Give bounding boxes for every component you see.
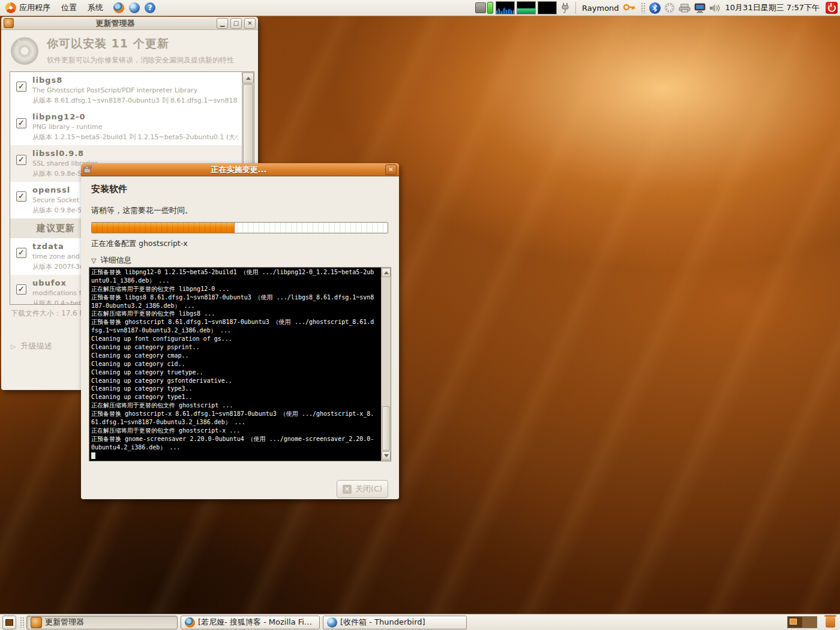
printer-tray-icon[interactable] [679,3,691,13]
bottom-panel: 更新管理器 [若尼娅- 搜狐博客 - Mozilla Fi… [收件箱 - Th… [0,614,840,630]
update-row-libpng12-0[interactable]: libpng12-0 PNG library - runtime 从版本 1.2… [10,109,242,145]
progress-status-text: 正在准备配置 ghostscript-x [91,239,188,249]
terminal-scroll-down[interactable] [382,451,391,460]
top-panel: 应用程序 位置 系统 ? Raymond [0,0,840,16]
system-menu[interactable]: 系统 [82,0,109,16]
update-manager-icon [4,18,14,28]
thunderbird-task-icon [327,617,337,628]
update-manager-titlebar[interactable]: 更新管理器 ▁ □ ✕ [1,17,258,30]
details-expander[interactable]: ▽ 详细信息 [91,255,131,266]
bluetooth-tray-icon[interactable] [649,2,661,14]
close-button-label: 关闭(C) [355,484,382,494]
keys-icon [623,4,637,12]
network-graph-applet[interactable] [517,1,536,14]
expander-label: 升级描述 [20,341,52,352]
dialog-close-button[interactable]: ✕ [385,164,397,175]
user-switcher[interactable]: Raymond [582,4,619,13]
upgrade-description-expander[interactable]: ▷ 升级描述 [11,341,52,352]
ubuntu-logo-icon [5,2,16,13]
show-desktop-button[interactable] [2,616,16,629]
memory-graph-applet[interactable] [538,1,557,14]
updates-available-title: 你可以安装 11 个更新 [47,36,234,52]
terminal-scrollbar[interactable] [381,268,391,461]
checkbox-libgs8[interactable] [16,82,26,92]
display-tray-icon[interactable] [694,3,706,13]
package-icon [83,165,92,174]
update-manager-header: 你可以安装 11 个更新 软件更新可以为你修复错误，消除安全漏洞及提供新的特性 [1,30,258,70]
dialog-title: 正在实施变更... [95,164,383,175]
firefox-task-icon [185,617,195,628]
terminal-scroll-up[interactable] [382,268,391,277]
scrollbar-thumb[interactable] [243,84,253,175]
taskbar-item-thunderbird[interactable]: [收件箱 - Thunderbird] [323,616,467,629]
checkbox-openssl[interactable] [16,191,26,202]
updates-available-subtitle: 软件更新可以为你修复错误，消除安全漏洞及提供新的特性 [47,55,234,65]
applications-menu-label: 应用程序 [19,2,50,13]
cpu-load-graph-applet[interactable] [496,1,515,14]
cpu-chip-icon [475,2,486,13]
expander-arrow-icon: ▷ [11,343,16,350]
taskbar-item-update-manager[interactable]: 更新管理器 [26,616,178,629]
terminal-text[interactable]: 正预备替换 libpng12-0 1.2.15~beta5-2build1 （使… [89,268,381,461]
please-wait-text: 请稍等，这需要花一些时间。 [91,205,193,216]
minimize-button[interactable]: ▁ [217,18,228,29]
details-label: 详细信息 [100,255,131,266]
software-update-icon [11,37,38,65]
pkg-name: libgs8 [32,76,238,85]
task-label: [若尼娅- 搜狐博客 - Mozilla Fi… [198,617,312,628]
pkg-name: libpng12-0 [32,112,238,121]
terminal-scrollbar-thumb[interactable] [382,406,390,451]
pkg-version: 从版本 1.2.15~beta5-2build1 到 1.2.15~beta5-… [32,133,238,142]
checkbox-ubufox[interactable] [16,284,26,295]
thunderbird-launcher-icon[interactable] [129,2,140,13]
applying-changes-dialog: 正在实施变更... ✕ 安装软件 请稍等，这需要花一些时间。 正在准备配置 gh… [81,163,399,499]
install-software-heading: 安装软件 [91,184,127,195]
close-button[interactable]: ✕ [244,18,256,29]
clock[interactable]: 10月31日星期三 7:57下午 [725,2,820,13]
pkg-name: libssl0.9.8 [32,149,98,158]
places-menu[interactable]: 位置 [56,0,82,16]
task-label: [收件箱 - Thunderbird] [340,617,425,628]
dialog-close-action-button[interactable]: ✕ 关闭(C) [337,480,388,498]
checkbox-tzdata[interactable] [16,248,26,258]
progress-bar [91,222,388,233]
workspace-1[interactable] [788,617,802,628]
checkbox-libssl[interactable] [16,155,26,165]
update-row-libgs8[interactable]: libgs8 The Ghostscript PostScript/PDF in… [10,72,242,109]
cpu-level-bar [487,2,493,14]
dialog-titlebar[interactable]: 正在实施变更... ✕ [81,163,399,176]
volume-tray-icon[interactable] [709,4,720,13]
update-manager-task-icon [31,617,42,628]
quit-power-button[interactable] [826,2,838,14]
checkbox-libpng12-0[interactable] [16,118,26,128]
cpu-frequency-applet[interactable] [475,2,493,14]
terminal-cursor [91,452,95,459]
applications-menu[interactable]: 应用程序 [0,0,56,16]
pkg-version: 从版本 8.61.dfsg.1~svn8187-0ubuntu3 到 8.61.… [32,96,238,105]
update-notifier-tray-icon[interactable] [664,2,675,13]
update-manager-title: 更新管理器 [16,18,214,29]
workspace-2[interactable] [802,617,817,628]
places-menu-label: 位置 [61,2,77,13]
trash-applet-icon[interactable] [826,617,835,628]
terminal-output-panel: 正预备替换 libpng12-0 1.2.15~beta5-2build1 （使… [89,267,391,461]
pkg-desc: PNG library - runtime [32,123,238,131]
close-x-icon: ✕ [343,485,352,494]
expander-down-icon: ▽ [91,257,96,265]
help-launcher-icon[interactable]: ? [145,2,155,13]
maximize-button[interactable]: □ [230,18,242,29]
pkg-desc: The Ghostscript PostScript/PDF interpret… [32,86,238,94]
taskbar-item-firefox[interactable]: [若尼娅- 搜狐博客 - Mozilla Fi… [181,616,320,629]
system-menu-label: 系统 [88,2,103,13]
download-size-label: 下载文件大小：17.6 MB [11,308,91,319]
firefox-launcher-icon[interactable] [113,2,124,13]
task-label: 更新管理器 [45,617,84,628]
ac-power-plug-icon[interactable] [560,2,570,13]
scroll-up-button[interactable] [242,73,254,83]
workspace-switcher[interactable] [787,616,817,628]
